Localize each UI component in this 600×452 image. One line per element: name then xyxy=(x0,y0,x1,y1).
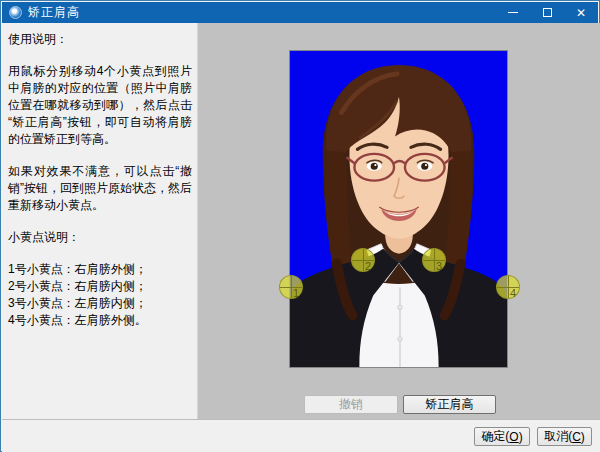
cancel-label-suffix: ) xyxy=(581,430,585,444)
dot-number: 1 xyxy=(293,287,299,299)
app-icon xyxy=(9,6,22,19)
dot-crosshair-v xyxy=(434,249,435,271)
usage-paragraph-1: 用鼠标分别移动4个小黄点到照片中肩膀的对应的位置（照片中肩膀位置在哪就移动到哪）… xyxy=(8,63,192,148)
dot-crosshair-v xyxy=(363,249,364,271)
correct-shoulder-button[interactable]: 矫正肩高 xyxy=(403,395,496,414)
minimize-button[interactable] xyxy=(496,2,530,23)
shoulder-dot-2[interactable]: 2 xyxy=(351,248,375,272)
dot-number: 2 xyxy=(365,260,371,272)
titlebar[interactable]: 矫正肩高 ✕ xyxy=(2,2,598,23)
dots-legend-title: 小黄点说明： xyxy=(8,229,192,246)
dot-crosshair-v xyxy=(508,276,509,298)
close-button[interactable]: ✕ xyxy=(564,2,598,23)
cancel-label: 取消( xyxy=(544,428,572,445)
caption-buttons: ✕ xyxy=(496,2,598,23)
portrait-photo xyxy=(290,51,507,367)
photo-canvas xyxy=(289,50,508,368)
dot-legend-item: 1号小黄点：右肩膀外侧； xyxy=(8,261,192,278)
ok-mnemonic: O xyxy=(509,430,518,444)
dots-legend-list: 1号小黄点：右肩膀外侧； 2号小黄点：右肩膀内侧； 3号小黄点：左肩膀内侧； 4… xyxy=(8,261,192,329)
dot-crosshair-v xyxy=(291,276,292,298)
ok-label-suffix: ) xyxy=(519,430,523,444)
shoulder-dot-1[interactable]: 1 xyxy=(279,275,303,299)
cancel-button[interactable]: 取消(C) xyxy=(537,427,592,446)
usage-paragraph-2: 如果对效果不满意，可以点击“撤销”按钮，回到照片原始状态，然后重新移动小黄点。 xyxy=(8,163,192,214)
maximize-button[interactable] xyxy=(530,2,564,23)
ok-label: 确定( xyxy=(481,428,509,445)
minimize-icon xyxy=(508,12,518,13)
dot-legend-item: 3号小黄点：左肩膀内侧； xyxy=(8,295,192,312)
instructions-panel: 使用说明： 用鼠标分别移动4个小黄点到照片中肩膀的对应的位置（照片中肩膀位置在哪… xyxy=(2,23,198,419)
dot-legend-item: 2号小黄点：右肩膀内侧； xyxy=(8,278,192,295)
maximize-icon xyxy=(543,8,552,17)
dot-legend-item: 4号小黄点：左肩膀外侧。 xyxy=(8,312,192,329)
shoulder-dot-3[interactable]: 3 xyxy=(422,248,446,272)
dot-number: 3 xyxy=(436,260,442,272)
usage-title: 使用说明： xyxy=(8,31,192,48)
shoulder-dot-4[interactable]: 4 xyxy=(496,275,520,299)
cancel-mnemonic: C xyxy=(572,430,581,444)
ok-button[interactable]: 确定(O) xyxy=(474,427,530,446)
window-title: 矫正肩高 xyxy=(28,4,80,21)
dialog-window: 矫正肩高 ✕ 使用说明： 用鼠标分别移动4个小黄点到照片中肩膀的对应的位置（照片… xyxy=(0,0,600,452)
dot-number: 4 xyxy=(510,287,516,299)
undo-button[interactable]: 撤销 xyxy=(304,395,398,414)
